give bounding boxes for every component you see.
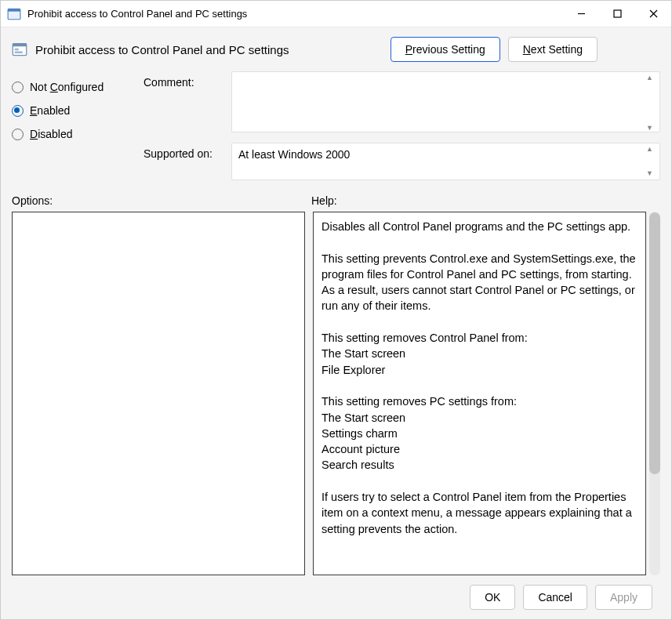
next-setting-button[interactable]: Next Setting (508, 37, 598, 62)
previous-setting-button[interactable]: Previous Setting (390, 37, 500, 62)
radio-dot-icon (12, 129, 24, 140)
spin-down-icon[interactable]: ▼ (646, 125, 657, 132)
supported-on-label: Supported on: (143, 143, 231, 180)
spin-down-icon[interactable]: ▼ (646, 170, 657, 177)
radio-disabled[interactable]: Disabled (12, 128, 143, 140)
radio-label: Not Configured (30, 81, 104, 93)
minimize-button[interactable] (563, 1, 599, 27)
options-pane[interactable] (12, 212, 305, 575)
apply-button[interactable]: Apply (595, 585, 652, 610)
svg-rect-9 (15, 52, 23, 54)
help-pane[interactable]: Disables all Control Panel programs and … (313, 212, 646, 575)
radio-not-configured[interactable]: Not Configured (12, 81, 143, 93)
radio-dot-icon (12, 82, 24, 93)
radio-enabled[interactable]: Enabled (12, 104, 143, 117)
policy-icon (12, 42, 27, 57)
radio-dot-icon (12, 105, 24, 117)
config-grid: Not Configured Enabled Disabled Comment:… (7, 71, 665, 180)
spin-up-icon[interactable]: ▲ (646, 146, 657, 153)
svg-rect-7 (13, 44, 27, 47)
header-row: Prohibit access to Control Panel and PC … (7, 35, 665, 71)
panes-row: Disables all Control Panel programs and … (7, 212, 665, 575)
ok-button[interactable]: OK (470, 585, 515, 610)
help-scrollbar[interactable] (649, 212, 660, 575)
comment-label: Comment: (143, 71, 231, 135)
svg-rect-1 (8, 9, 20, 11)
app-icon (7, 7, 21, 21)
footer-buttons: OK Cancel Apply (7, 575, 665, 613)
section-labels: Options: Help: (7, 180, 665, 212)
spin-up-icon[interactable]: ▲ (646, 74, 657, 82)
cancel-button[interactable]: Cancel (523, 585, 587, 610)
window-title: Prohibit access to Control Panel and PC … (27, 8, 563, 20)
svg-rect-8 (15, 49, 19, 51)
dialog-window: Prohibit access to Control Panel and PC … (0, 0, 672, 620)
comment-textarea[interactable] (231, 71, 660, 132)
options-label: Options: (12, 194, 311, 207)
radio-label: Disabled (30, 128, 73, 140)
window-controls (563, 1, 671, 27)
supported-on-value: At least Windows 2000 (231, 143, 660, 180)
svg-rect-3 (614, 10, 621, 17)
titlebar: Prohibit access to Control Panel and PC … (1, 1, 671, 27)
policy-title: Prohibit access to Control Panel and PC … (35, 43, 390, 56)
client-area: Prohibit access to Control Panel and PC … (1, 27, 671, 619)
close-button[interactable] (635, 1, 671, 27)
state-column: Not Configured Enabled Disabled (12, 71, 143, 180)
help-label: Help: (311, 194, 337, 207)
radio-label: Enabled (30, 104, 70, 117)
scrollbar-thumb[interactable] (649, 212, 660, 474)
maximize-button[interactable] (599, 1, 635, 27)
